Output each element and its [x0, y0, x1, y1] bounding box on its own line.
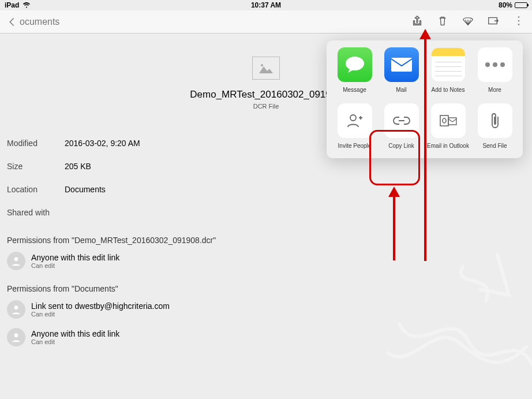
open-in-icon [487, 14, 500, 27]
share-action-invite[interactable]: Invite People [333, 103, 377, 149]
share-app-notes[interactable]: Add to Notes [426, 47, 470, 93]
svg-point-2 [518, 20, 520, 21]
share-label: Email in Outlook [426, 143, 470, 149]
meta-value: Documents [65, 185, 106, 194]
delete-button[interactable] [436, 14, 449, 29]
status-time: 10:37 AM [251, 1, 281, 9]
back-button[interactable]: ocuments [7, 17, 59, 27]
file-thumbnail [252, 57, 280, 80]
share-icon [411, 14, 424, 27]
meta-row-location: Location Documents [7, 178, 525, 201]
image-placeholder-icon [258, 62, 274, 74]
message-app-icon [338, 47, 372, 82]
share-action-send-file[interactable]: Send File [473, 103, 517, 149]
background-doodle [382, 237, 532, 387]
avatar [7, 328, 25, 346]
more-vertical-icon [512, 14, 525, 27]
person-icon [10, 331, 22, 343]
nav-bar: ocuments [0, 10, 532, 33]
svg-rect-11 [391, 58, 412, 72]
share-label: Send File [473, 143, 517, 149]
mail-app-icon [384, 47, 419, 82]
permission-sub: Can edit [31, 338, 119, 345]
battery-icon [515, 2, 527, 8]
meta-row-size: Size 205 KB [7, 155, 525, 178]
parachute-button[interactable] [462, 14, 474, 29]
share-app-more[interactable]: More [473, 47, 517, 93]
permission-sub: Can edit [31, 262, 119, 269]
svg-point-7 [14, 257, 18, 261]
permission-title: Anyone with this edit link [31, 253, 119, 262]
person-icon [10, 304, 22, 315]
meta-value: 205 KB [65, 162, 91, 171]
svg-marker-5 [259, 66, 273, 73]
more-button[interactable] [512, 14, 525, 29]
share-label: Copy Link [380, 143, 424, 149]
meta-label: Size [7, 162, 65, 171]
meta-value: 2016-03-02, 9:20 AM [65, 139, 140, 148]
svg-rect-13 [440, 115, 448, 126]
share-sheet: Message Mail Add to Notes More [327, 40, 523, 158]
share-icon-button[interactable] [411, 14, 424, 29]
battery-pct: 80% [499, 1, 512, 9]
attachment-icon [478, 103, 512, 138]
open-in-button[interactable] [487, 14, 500, 29]
avatar [7, 252, 25, 270]
share-action-email-outlook[interactable]: Email in Outlook [426, 103, 470, 149]
meta-label: Modified [7, 139, 65, 148]
copy-link-icon [384, 103, 419, 138]
share-label: Mail [380, 87, 424, 93]
notes-app-icon [431, 47, 466, 82]
chevron-left-icon [7, 17, 17, 27]
share-action-copy-link[interactable]: Copy Link [380, 103, 424, 149]
share-app-mail[interactable]: Mail [380, 47, 424, 93]
permission-sub: Can edit [31, 311, 170, 318]
invite-people-icon [338, 103, 372, 138]
device-label: iPad [5, 1, 19, 9]
share-label: Add to Notes [426, 87, 470, 93]
svg-point-12 [350, 115, 356, 121]
parachute-icon [462, 14, 474, 27]
svg-point-1 [518, 16, 520, 18]
permission-title: Anyone with this edit link [31, 329, 119, 338]
permission-title: Link sent to dwestby@highcriteria.com [31, 301, 170, 311]
svg-point-9 [14, 333, 18, 337]
share-label: Invite People [333, 143, 377, 149]
avatar [7, 300, 25, 319]
svg-point-3 [518, 24, 520, 25]
meta-label: Location [7, 185, 65, 194]
back-label: ocuments [20, 17, 59, 27]
person-icon [10, 255, 22, 267]
meta-label: Shared with [7, 208, 50, 217]
wifi-icon [23, 1, 31, 10]
svg-point-10 [346, 57, 364, 70]
more-icon [478, 47, 512, 82]
status-bar: iPad 10:37 AM 80% [0, 0, 532, 10]
share-label: More [473, 87, 517, 93]
meta-row-sharedwith: Shared with [7, 201, 525, 224]
outlook-icon [431, 103, 466, 138]
trash-icon [436, 14, 449, 27]
svg-point-8 [14, 305, 18, 309]
share-label: Message [333, 87, 377, 93]
share-app-message[interactable]: Message [333, 47, 377, 93]
svg-point-14 [443, 118, 446, 123]
svg-point-6 [261, 64, 263, 66]
